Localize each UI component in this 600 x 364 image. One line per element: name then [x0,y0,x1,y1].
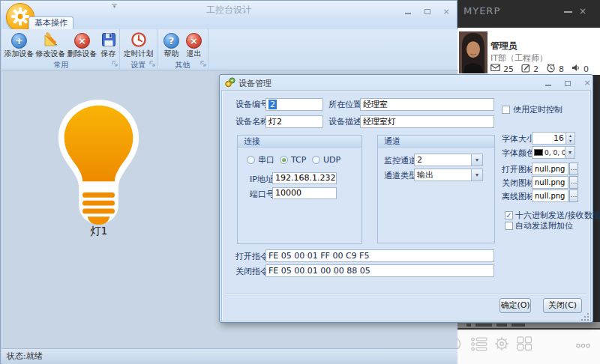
exit-icon: × [186,33,202,49]
dialog-maximize-button[interactable] [562,79,574,88]
help-icon: ? [164,33,179,49]
auto-append-label: 自动发送附加位 [515,221,573,231]
ribbon-group-common: + 添加设备 修改设备 × 删除设备 保存 常用 [3,29,120,70]
note-count: 2 [533,64,538,74]
modify-device-button[interactable]: 修改设备 [35,30,67,58]
erp-close-button[interactable]: × [579,6,586,16]
close-icon-input[interactable]: null.png [532,176,568,189]
dialog-close-action-button[interactable]: 关闭(C) [543,298,582,313]
window-title: 工控台设计 [1,4,457,16]
resize-grip[interactable] [581,313,589,321]
close-command-input[interactable]: FE 05 00 01 00 00 88 05 [266,264,494,277]
alarm-icon[interactable] [546,63,556,75]
exit-button[interactable]: × 退出 [183,30,206,58]
quick-access-customize-button[interactable]: ▾ [112,4,117,9]
chevron-down-icon[interactable]: ▾ [471,169,482,181]
user-name: 管理员 [490,40,518,52]
user-role: IT部（工程师） [490,52,548,64]
mail-count: 25 [503,64,514,74]
tcp-radio[interactable] [280,156,288,164]
channel-group-title: 通道 [378,136,494,148]
channel-group: 通道 监控通道: 2▾ 通道类型: 输出▾ [377,135,495,243]
erp-bottom-toolbar [458,330,600,364]
grid-icon[interactable] [517,336,533,354]
device-list-icon[interactable] [471,336,489,354]
device-desc-input[interactable]: 经理室灯 [360,115,494,128]
dialog-minimize-button[interactable] [542,79,554,88]
ribbon-group-other: ? 帮助 × 退出 其他 [158,29,208,70]
settings-gear-icon[interactable] [494,336,510,354]
status-bar: 状态:就绪 [2,348,458,364]
font-color-select[interactable]: 0, 0, 0 ▾ [532,146,575,159]
device-id-input[interactable]: 2 [266,98,323,111]
chevron-down-icon[interactable]: ▾ [565,147,574,158]
hex-mode-checkbox[interactable]: ✓ [505,211,513,219]
delete-icon: × [74,33,90,49]
save-button[interactable]: 保存 [98,30,119,58]
group-label-common: 常用 [3,61,119,70]
floppy-icon [100,31,117,49]
dialog-launcher-icon[interactable] [112,59,118,69]
speaker-icon[interactable] [572,64,580,74]
speaker-count: 0 [584,64,589,74]
gear-icon [10,7,30,28]
timer-plan-button[interactable]: 定时计划 [121,30,157,58]
port-input[interactable]: 10000 [272,187,337,199]
close-button[interactable]: × [440,7,453,16]
open-icon-input[interactable]: null.png [532,163,568,175]
button-bar-divider [226,294,586,295]
spinner-arrows-icon[interactable]: ▴▾ [566,133,574,144]
help-button[interactable]: ? 帮助 [160,30,183,58]
open-icon-browse-button[interactable]: … [569,163,578,175]
connection-group: 连接 串口 TCP UDP IP地址: 192.168.1.232 端口号: 1… [237,135,362,244]
chevron-down-icon[interactable]: ▾ [471,154,482,166]
clock-icon [130,31,147,49]
dialog-close-button[interactable]: × [581,79,593,88]
dialog-title-bar[interactable]: 设备管理 [220,75,592,91]
ip-input[interactable]: 192.168.1.232 [272,172,337,184]
erp-minimize-button[interactable] [564,10,572,13]
auto-append-checkbox[interactable] [505,222,513,230]
device-widget-label: 灯1 [53,225,145,238]
timer-control-checkbox[interactable] [502,106,510,114]
hex-mode-label: 十六进制发送/接收数据 [515,210,600,220]
dialog-title: 设备管理 [238,78,272,89]
add-device-button[interactable]: + 添加设备 [4,30,35,58]
device-name-input[interactable]: 灯2 [266,115,323,128]
offline-icon-browse-button[interactable]: … [569,189,578,202]
channel-type-select[interactable]: 输出▾ [414,169,483,181]
erp-user-card: 管理员 IT部（工程师） 25 2 8 0 [458,28,600,75]
device-management-dialog: 设备管理 × 设备编号: 2 所在位置: 经理室 设备名称: 灯2 设备描述: … [219,74,593,323]
serial-radio-label: 串口 [258,155,274,165]
timer-control-label: 使用定时控制 [513,105,562,115]
close-icon-browse-button[interactable]: … [569,176,578,189]
dialog-launcher-icon[interactable] [200,59,206,69]
location-input[interactable]: 经理室 [360,98,494,111]
mail-icon[interactable] [490,64,500,74]
ok-button[interactable]: 确定(O) [500,298,531,313]
devices-gears-icon [225,77,236,90]
note-icon[interactable] [521,64,530,75]
device-widget-lamp[interactable] [53,99,145,225]
minimize-button[interactable] [401,7,415,16]
alarm-count: 8 [559,64,564,74]
color-swatch [534,149,543,156]
erp-title: MYERP [464,5,500,16]
avatar [459,31,488,73]
add-icon: + [11,33,27,49]
ribbon-tab-basic[interactable]: 基本操作 [28,16,74,29]
delete-device-button[interactable]: × 删除设备 [67,30,98,58]
udp-radio[interactable] [312,156,320,164]
more-icon[interactable] [576,341,590,351]
open-command-input[interactable]: FE 05 00 01 FF 00 C9 F5 [266,249,494,262]
font-size-spinner[interactable]: 16 ▴▾ [532,132,575,145]
maximize-button[interactable] [421,7,434,16]
udp-radio-label: UDP [323,155,340,165]
monitor-channel-select[interactable]: 2▾ [414,154,483,166]
dialog-launcher-icon[interactable] [149,59,155,69]
ribbon-group-settings: 定时计划 设置 [120,29,158,70]
offline-icon-input[interactable]: null.png [532,189,568,202]
erp-clipped-content [458,322,600,328]
device-desc-label: 设备描述: [328,118,364,127]
serial-radio[interactable] [247,156,255,164]
